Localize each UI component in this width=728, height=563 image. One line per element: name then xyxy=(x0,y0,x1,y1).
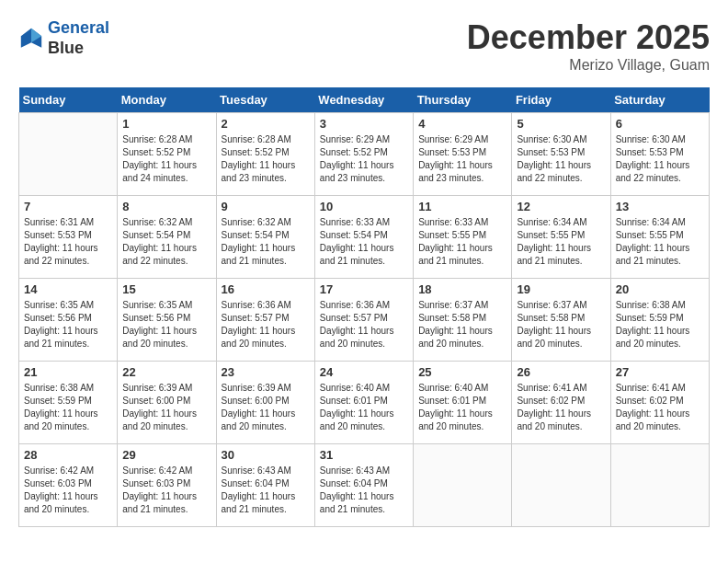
day-info: Sunrise: 6:42 AM Sunset: 6:03 PM Dayligh… xyxy=(24,465,112,516)
day-number: 25 xyxy=(418,365,506,379)
calendar-cell: 31Sunrise: 6:43 AM Sunset: 6:04 PM Dayli… xyxy=(314,444,413,527)
calendar-cell: 20Sunrise: 6:38 AM Sunset: 5:59 PM Dayli… xyxy=(610,279,709,362)
calendar-cell: 4Sunrise: 6:29 AM Sunset: 5:53 PM Daylig… xyxy=(414,113,512,196)
day-number: 9 xyxy=(222,200,310,213)
calendar-cell: 13Sunrise: 6:34 AM Sunset: 5:55 PM Dayli… xyxy=(610,196,709,279)
day-info: Sunrise: 6:38 AM Sunset: 5:59 PM Dayligh… xyxy=(24,382,112,433)
day-info: Sunrise: 6:39 AM Sunset: 6:00 PM Dayligh… xyxy=(222,382,310,433)
day-info: Sunrise: 6:30 AM Sunset: 5:53 PM Dayligh… xyxy=(616,133,704,185)
day-info: Sunrise: 6:43 AM Sunset: 6:04 PM Dayligh… xyxy=(320,465,408,516)
day-info: Sunrise: 6:32 AM Sunset: 5:54 PM Dayligh… xyxy=(222,216,310,268)
day-number: 16 xyxy=(222,282,310,296)
calendar-header-saturday: Saturday xyxy=(610,87,709,113)
day-info: Sunrise: 6:40 AM Sunset: 6:01 PM Dayligh… xyxy=(418,382,506,433)
day-info: Sunrise: 6:35 AM Sunset: 5:56 PM Dayligh… xyxy=(24,299,112,350)
calendar-cell xyxy=(19,113,118,196)
logo-icon xyxy=(18,26,44,52)
calendar-cell: 24Sunrise: 6:40 AM Sunset: 6:01 PM Dayli… xyxy=(314,362,413,444)
calendar-cell: 29Sunrise: 6:42 AM Sunset: 6:03 PM Dayli… xyxy=(118,444,216,527)
day-number: 22 xyxy=(122,365,210,379)
day-number: 29 xyxy=(122,448,210,462)
day-info: Sunrise: 6:36 AM Sunset: 5:57 PM Dayligh… xyxy=(222,299,310,350)
calendar-cell: 10Sunrise: 6:33 AM Sunset: 5:54 PM Dayli… xyxy=(314,196,413,279)
day-number: 8 xyxy=(122,200,210,213)
day-number: 28 xyxy=(24,448,112,462)
calendar-week-3: 14Sunrise: 6:35 AM Sunset: 5:56 PM Dayli… xyxy=(19,279,710,362)
calendar-header-wednesday: Wednesday xyxy=(314,87,413,113)
calendar-table: SundayMondayTuesdayWednesdayThursdayFrid… xyxy=(18,87,710,527)
day-info: Sunrise: 6:35 AM Sunset: 5:56 PM Dayligh… xyxy=(122,299,210,350)
day-info: Sunrise: 6:29 AM Sunset: 5:52 PM Dayligh… xyxy=(320,133,408,185)
day-info: Sunrise: 6:37 AM Sunset: 5:58 PM Dayligh… xyxy=(517,299,605,350)
calendar-cell: 1Sunrise: 6:28 AM Sunset: 5:52 PM Daylig… xyxy=(118,113,216,196)
calendar-cell: 19Sunrise: 6:37 AM Sunset: 5:58 PM Dayli… xyxy=(512,279,610,362)
day-number: 2 xyxy=(222,117,310,131)
location: Merizo Village, Guam xyxy=(467,57,710,74)
calendar-cell: 14Sunrise: 6:35 AM Sunset: 5:56 PM Dayli… xyxy=(19,279,118,362)
calendar-cell: 15Sunrise: 6:35 AM Sunset: 5:56 PM Dayli… xyxy=(118,279,216,362)
logo-line1: General xyxy=(48,18,109,37)
day-number: 19 xyxy=(517,282,605,296)
day-info: Sunrise: 6:34 AM Sunset: 5:55 PM Dayligh… xyxy=(616,216,704,268)
calendar-cell xyxy=(610,444,709,527)
logo: General Blue xyxy=(18,18,109,58)
calendar-cell xyxy=(414,444,512,527)
calendar-cell: 7Sunrise: 6:31 AM Sunset: 5:53 PM Daylig… xyxy=(19,196,118,279)
calendar-week-1: 1Sunrise: 6:28 AM Sunset: 5:52 PM Daylig… xyxy=(19,113,710,196)
calendar-cell: 8Sunrise: 6:32 AM Sunset: 5:54 PM Daylig… xyxy=(118,196,216,279)
day-info: Sunrise: 6:29 AM Sunset: 5:53 PM Dayligh… xyxy=(418,133,506,185)
calendar-cell: 16Sunrise: 6:36 AM Sunset: 5:57 PM Dayli… xyxy=(216,279,314,362)
day-number: 3 xyxy=(320,117,408,131)
day-number: 18 xyxy=(418,282,506,296)
calendar-cell: 27Sunrise: 6:41 AM Sunset: 6:02 PM Dayli… xyxy=(610,362,709,444)
day-number: 5 xyxy=(517,117,605,131)
day-number: 31 xyxy=(320,448,408,462)
calendar-header-monday: Monday xyxy=(118,87,216,113)
day-number: 11 xyxy=(418,200,506,213)
day-info: Sunrise: 6:31 AM Sunset: 5:53 PM Dayligh… xyxy=(24,216,112,268)
day-number: 15 xyxy=(122,282,210,296)
calendar-cell: 12Sunrise: 6:34 AM Sunset: 5:55 PM Dayli… xyxy=(512,196,610,279)
day-number: 27 xyxy=(616,365,704,379)
day-info: Sunrise: 6:28 AM Sunset: 5:52 PM Dayligh… xyxy=(222,133,310,185)
calendar-cell: 21Sunrise: 6:38 AM Sunset: 5:59 PM Dayli… xyxy=(19,362,118,444)
day-info: Sunrise: 6:41 AM Sunset: 6:02 PM Dayligh… xyxy=(517,382,605,433)
calendar-cell: 5Sunrise: 6:30 AM Sunset: 5:53 PM Daylig… xyxy=(512,113,610,196)
day-number: 12 xyxy=(517,200,605,213)
calendar-header-row: SundayMondayTuesdayWednesdayThursdayFrid… xyxy=(19,87,710,113)
title-block: December 2025 Merizo Village, Guam xyxy=(467,18,710,74)
calendar-header-tuesday: Tuesday xyxy=(216,87,314,113)
day-number: 6 xyxy=(616,117,704,131)
day-info: Sunrise: 6:33 AM Sunset: 5:55 PM Dayligh… xyxy=(418,216,506,268)
day-number: 7 xyxy=(24,200,112,213)
day-info: Sunrise: 6:34 AM Sunset: 5:55 PM Dayligh… xyxy=(517,216,605,268)
day-number: 13 xyxy=(616,200,704,213)
day-info: Sunrise: 6:39 AM Sunset: 6:00 PM Dayligh… xyxy=(122,382,210,433)
day-info: Sunrise: 6:38 AM Sunset: 5:59 PM Dayligh… xyxy=(616,299,704,350)
calendar-week-4: 21Sunrise: 6:38 AM Sunset: 5:59 PM Dayli… xyxy=(19,362,710,444)
day-info: Sunrise: 6:36 AM Sunset: 5:57 PM Dayligh… xyxy=(320,299,408,350)
day-number: 1 xyxy=(122,117,210,131)
day-number: 4 xyxy=(418,117,506,131)
calendar-cell: 18Sunrise: 6:37 AM Sunset: 5:58 PM Dayli… xyxy=(414,279,512,362)
calendar-cell xyxy=(512,444,610,527)
day-number: 21 xyxy=(24,365,112,379)
day-info: Sunrise: 6:43 AM Sunset: 6:04 PM Dayligh… xyxy=(222,465,310,516)
day-number: 20 xyxy=(616,282,704,296)
calendar-cell: 17Sunrise: 6:36 AM Sunset: 5:57 PM Dayli… xyxy=(314,279,413,362)
calendar-cell: 30Sunrise: 6:43 AM Sunset: 6:04 PM Dayli… xyxy=(216,444,314,527)
logo-text: General Blue xyxy=(48,18,109,58)
calendar-cell: 2Sunrise: 6:28 AM Sunset: 5:52 PM Daylig… xyxy=(216,113,314,196)
day-info: Sunrise: 6:40 AM Sunset: 6:01 PM Dayligh… xyxy=(320,382,408,433)
calendar-cell: 28Sunrise: 6:42 AM Sunset: 6:03 PM Dayli… xyxy=(19,444,118,527)
calendar-header-thursday: Thursday xyxy=(414,87,512,113)
day-number: 30 xyxy=(222,448,310,462)
calendar-header-sunday: Sunday xyxy=(19,87,118,113)
calendar-cell: 6Sunrise: 6:30 AM Sunset: 5:53 PM Daylig… xyxy=(610,113,709,196)
calendar-week-2: 7Sunrise: 6:31 AM Sunset: 5:53 PM Daylig… xyxy=(19,196,710,279)
day-info: Sunrise: 6:42 AM Sunset: 6:03 PM Dayligh… xyxy=(122,465,210,516)
calendar-cell: 9Sunrise: 6:32 AM Sunset: 5:54 PM Daylig… xyxy=(216,196,314,279)
day-info: Sunrise: 6:30 AM Sunset: 5:53 PM Dayligh… xyxy=(517,133,605,185)
day-info: Sunrise: 6:32 AM Sunset: 5:54 PM Dayligh… xyxy=(122,216,210,268)
calendar-week-5: 28Sunrise: 6:42 AM Sunset: 6:03 PM Dayli… xyxy=(19,444,710,527)
